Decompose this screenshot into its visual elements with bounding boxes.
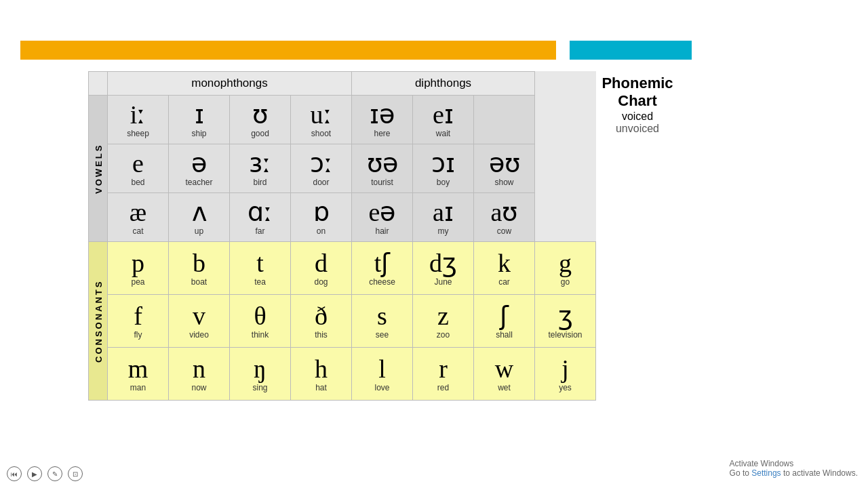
vowel-symbol: aɪ — [416, 199, 471, 227]
vowel-cell-i: ɪ ship — [169, 96, 230, 144]
vowel-symbol: ʊə — [355, 150, 410, 178]
vowel-symbol: iː — [111, 101, 165, 129]
vowel-word: door — [294, 178, 349, 187]
consonant-symbol: r — [416, 355, 471, 384]
consonant-word: June — [416, 277, 471, 287]
vowel-symbol: ʊ — [233, 101, 288, 129]
vowel-cell-esharp: ɜː bird — [230, 144, 291, 193]
vowel-symbol: ɪə — [355, 101, 410, 129]
consonant-symbol: v — [172, 302, 226, 331]
vowel-word: boy — [416, 178, 471, 187]
consonant-symbol: ð — [294, 302, 349, 331]
consonant-cell-n: n now — [169, 348, 230, 401]
consonant-symbol: ŋ — [233, 355, 288, 384]
consonant-cell-s: s see — [352, 295, 413, 348]
consonant-cell-h: h hat — [291, 348, 352, 401]
consonant-symbol: s — [355, 302, 410, 331]
top-bar-orange — [20, 41, 556, 60]
consonant-cell-b: b boat — [169, 242, 230, 295]
consonant-cell-f: f fly — [108, 295, 169, 348]
consonant-cell-zh: ʒ television — [535, 295, 596, 348]
consonant-symbol: j — [538, 355, 593, 384]
consonant-word: think — [233, 330, 288, 340]
consonant-symbol: tʃ — [355, 249, 410, 278]
consonant-symbol: m — [111, 355, 165, 384]
consonant-cell-z: z zoo — [413, 295, 474, 348]
vowel-word: far — [233, 226, 288, 236]
consonant-cell-m: m man — [108, 348, 169, 401]
consonant-symbol: ʒ — [538, 302, 593, 331]
consonant-word: red — [416, 383, 471, 392]
consonant-word: now — [172, 383, 226, 392]
vowel-word: ship — [172, 129, 226, 138]
vowel-symbol: ɑː — [233, 199, 288, 227]
consonant-symbol: k — [477, 249, 532, 278]
consonant-symbol: t — [233, 249, 288, 278]
consonant-word: boat — [172, 277, 226, 287]
vowel-cell-osharp: ɔː door — [291, 144, 352, 193]
consonant-cell-d: d dog — [291, 242, 352, 295]
consonant-word: see — [355, 330, 410, 340]
vowel-cell-ei: eɪ wait — [413, 96, 474, 144]
media-fullscreen-button[interactable]: ⊡ — [68, 466, 83, 481]
consonant-symbol: z — [416, 302, 471, 331]
media-prev-button[interactable]: ⏮ — [7, 466, 22, 481]
consonant-row-1: CONSONANTS p pea b boat t tea d dog — [89, 242, 596, 295]
windows-watermark: Activate Windows Go to Settings to activ… — [730, 459, 858, 478]
vowel-row-2: e bed ə teacher ɜː bird ɔː door ʊə tou — [89, 144, 596, 193]
vowel-symbol: aʊ — [477, 199, 532, 227]
consonant-word: video — [172, 330, 226, 340]
vowel-cell-schwa: ə teacher — [169, 144, 230, 193]
consonant-word: dog — [294, 277, 349, 287]
settings-link[interactable]: Settings — [751, 468, 781, 478]
consonants-label: CONSONANTS — [89, 242, 108, 401]
vowel-word: my — [416, 226, 471, 236]
vowel-symbol: e — [111, 150, 165, 178]
vowel-word: teacher — [172, 178, 226, 187]
vowel-word: here — [355, 129, 410, 138]
vowel-cell-uschwa: ʊə tourist — [352, 144, 413, 193]
consonant-word: hat — [294, 383, 349, 392]
consonant-word: cheese — [355, 277, 410, 287]
consonant-word: tea — [233, 277, 288, 287]
consonant-word: television — [538, 330, 593, 340]
vowel-symbol: eɪ — [416, 101, 471, 129]
vowel-symbol: eə — [355, 199, 410, 227]
vowel-word: good — [233, 129, 288, 138]
consonant-cell-j: j yes — [535, 348, 596, 401]
vowel-row-3: æ cat ʌ up ɑː far ɒ on eə hair — [89, 193, 596, 242]
consonant-cell-eth: ð this — [291, 295, 352, 348]
vowel-symbol: æ — [111, 199, 165, 227]
media-edit-button[interactable]: ✎ — [47, 466, 62, 481]
top-bar-blue — [570, 41, 692, 60]
consonant-word: fly — [111, 330, 165, 340]
consonant-cell-r: r red — [413, 348, 474, 401]
vowel-symbol: ɒ — [294, 199, 349, 227]
vowel-symbol: ɔː — [294, 150, 349, 178]
consonant-symbol: d — [294, 249, 349, 278]
vowel-word: bed — [111, 178, 165, 187]
vowel-cell-upsilon: ʊ good — [230, 96, 291, 144]
media-play-button[interactable]: ▶ — [27, 466, 42, 481]
vowel-word: cat — [111, 226, 165, 236]
consonant-word: pea — [111, 277, 165, 287]
consonant-word: shall — [477, 330, 532, 340]
consonant-symbol: h — [294, 355, 349, 384]
vowel-symbol: əʊ — [477, 150, 532, 178]
vowel-cell-asharp: ɑː far — [230, 193, 291, 242]
consonant-cell-tsh: tʃ cheese — [352, 242, 413, 295]
diphthongs-header: diphthongs — [352, 72, 535, 96]
vowel-cell-au: aʊ cow — [474, 193, 535, 242]
consonant-cell-sh: ʃ shall — [474, 295, 535, 348]
consonant-cell-p: p pea — [108, 242, 169, 295]
consonant-word: sing — [233, 383, 288, 392]
vowel-cell-schwau: əʊ show — [474, 144, 535, 193]
phonemic-chart-table: monophthongs diphthongs VOWELS iː sheep … — [88, 71, 596, 401]
vowel-cell-ai: aɪ my — [413, 193, 474, 242]
consonant-symbol: θ — [233, 302, 288, 331]
vowel-word: hair — [355, 226, 410, 236]
vowel-cell-eschwa: eə hair — [352, 193, 413, 242]
vowels-label: VOWELS — [89, 96, 108, 242]
consonant-cell-theta: θ think — [230, 295, 291, 348]
consonant-cell-ng: ŋ sing — [230, 348, 291, 401]
